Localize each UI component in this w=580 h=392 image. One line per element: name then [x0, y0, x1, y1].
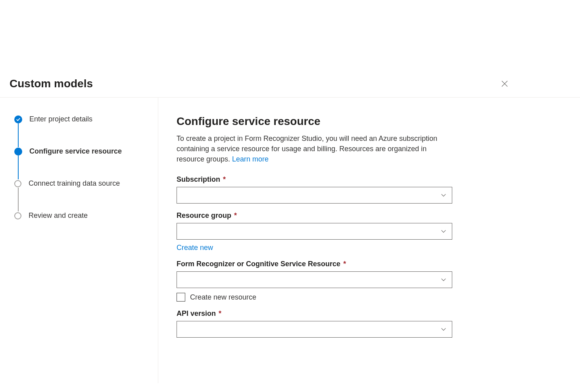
api-version-select[interactable] — [177, 321, 452, 338]
step-enter-project-details[interactable]: Enter project details — [14, 115, 158, 123]
step-indicator-pending — [14, 180, 21, 187]
service-resource-label: Form Recognizer or Cognitive Service Res… — [177, 260, 452, 268]
step-indicator-current — [14, 148, 22, 156]
chevron-down-icon — [441, 229, 446, 234]
resource-group-label: Resource group * — [177, 211, 452, 220]
step-connector — [18, 123, 19, 147]
subscription-select[interactable] — [177, 187, 452, 204]
description-text: To create a project in Form Recognizer S… — [177, 135, 437, 163]
field-api-version: API version * — [177, 309, 452, 338]
step-label: Review and create — [29, 211, 88, 220]
create-new-resource-checkbox[interactable] — [177, 293, 185, 302]
required-indicator: * — [223, 175, 226, 183]
close-icon — [501, 81, 508, 87]
panel-heading: Configure service resource — [177, 115, 452, 128]
create-new-resource-row: Create new resource — [177, 293, 452, 302]
step-label: Connect training data source — [29, 179, 120, 188]
step-label: Configure service resource — [29, 147, 122, 156]
step-connect-training-data-source[interactable]: Connect training data source — [14, 179, 158, 188]
create-new-resource-group-link[interactable]: Create new — [177, 244, 213, 252]
step-indicator-completed — [14, 115, 22, 123]
create-new-resource-checkbox-label: Create new resource — [190, 293, 256, 302]
field-subscription: Subscription * — [177, 175, 452, 204]
required-indicator: * — [234, 211, 237, 219]
checkmark-icon — [16, 117, 21, 122]
api-version-label: API version * — [177, 309, 452, 318]
step-review-and-create[interactable]: Review and create — [14, 211, 158, 220]
label-text: Resource group — [177, 211, 231, 219]
wizard-steps-sidebar: Enter project details Configure service … — [0, 98, 158, 383]
panel-description: To create a project in Form Recognizer S… — [177, 133, 452, 164]
dialog-title: Custom models — [10, 77, 93, 90]
chevron-down-icon — [441, 192, 446, 198]
step-configure-service-resource[interactable]: Configure service resource — [14, 147, 158, 156]
label-text: Subscription — [177, 175, 220, 183]
service-resource-select[interactable] — [177, 271, 452, 288]
step-label: Enter project details — [29, 115, 92, 123]
step-connector — [18, 188, 19, 211]
field-resource-group: Resource group * Create new — [177, 211, 452, 252]
resource-group-select[interactable] — [177, 223, 452, 240]
required-indicator: * — [219, 309, 221, 317]
step-connector — [18, 156, 19, 179]
dialog-header: Custom models — [0, 77, 580, 98]
field-service-resource: Form Recognizer or Cognitive Service Res… — [177, 260, 452, 302]
close-button[interactable] — [498, 77, 511, 90]
step-indicator-pending — [14, 212, 21, 219]
label-text: Form Recognizer or Cognitive Service Res… — [177, 260, 340, 268]
learn-more-link[interactable]: Learn more — [232, 155, 269, 163]
label-text: API version — [177, 309, 216, 317]
chevron-down-icon — [441, 277, 446, 282]
main-panel: Configure service resource To create a p… — [158, 98, 452, 383]
required-indicator: * — [343, 260, 346, 268]
chevron-down-icon — [441, 327, 446, 332]
subscription-label: Subscription * — [177, 175, 452, 184]
